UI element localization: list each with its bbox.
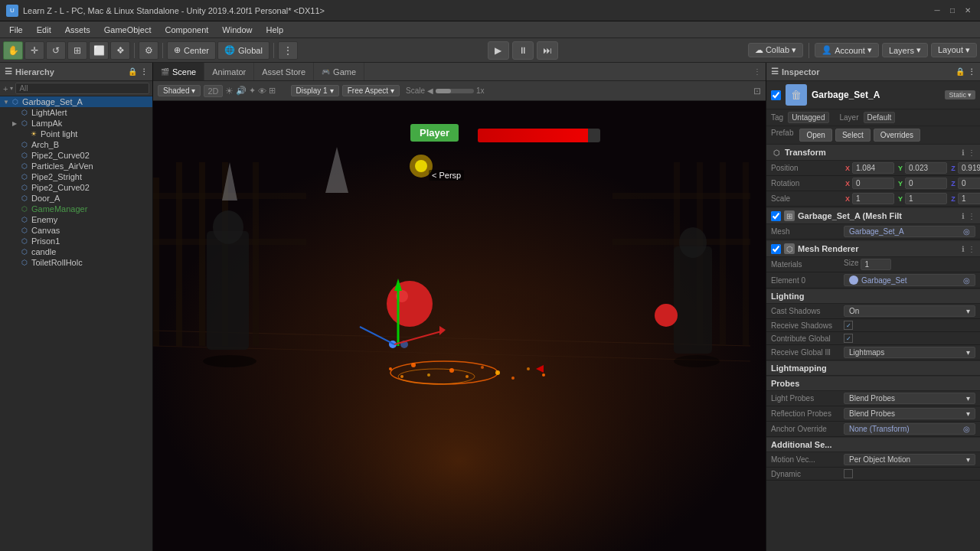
tree-item-pointlight[interactable]: ☀ Point light (0, 129, 152, 139)
close-btn[interactable]: ✕ (962, 5, 974, 17)
hierarchy-add-btn[interactable]: + (3, 84, 8, 93)
cast-shadows-dropdown[interactable]: On ▾ (844, 305, 975, 317)
prefab-select-btn[interactable]: Select (835, 129, 871, 142)
mesh-renderer-header[interactable]: ⬡ Mesh Renderer ℹ ⋮ (766, 241, 980, 257)
static-toggle[interactable]: Static▾ (945, 90, 975, 99)
anchor-override-ref[interactable]: None (Transform) ◎ (844, 423, 975, 435)
prefab-overrides-btn[interactable]: Overrides (874, 129, 920, 142)
mesh-filter-checkbox[interactable] (771, 211, 781, 221)
scale-slider[interactable] (436, 89, 474, 93)
inspector-options[interactable]: ⋮ (968, 67, 975, 76)
pause-button[interactable]: ⏸ (512, 41, 534, 60)
rot-z[interactable] (958, 178, 980, 189)
scale-x[interactable] (852, 193, 894, 204)
transform-more-icon[interactable]: ⋮ (968, 148, 975, 157)
mesh-ref[interactable]: Garbage_Set_A ◎ (844, 226, 975, 237)
scene-maximize-btn[interactable]: ⊡ (753, 86, 761, 96)
scene-options-btn[interactable]: ⋮ (753, 67, 761, 76)
lightmapping-header[interactable]: Lightmapping (766, 360, 980, 376)
tab-scene[interactable]: 🎬 Scene (153, 63, 204, 80)
move-tool[interactable]: ✛ (24, 41, 44, 60)
light-probes-dropdown[interactable]: Blend Probes ▾ (844, 393, 975, 404)
pos-x[interactable] (852, 162, 894, 174)
collab-button[interactable]: ☁Collab ▾ (748, 43, 803, 57)
scale-tool[interactable]: ⊞ (67, 41, 87, 60)
receive-shadows-checkbox[interactable] (844, 321, 853, 330)
transform-header[interactable]: ⬡ Transform ℹ ⋮ (766, 145, 980, 161)
receive-global-dropdown[interactable]: Lightmaps ▾ (844, 347, 975, 358)
tree-item-lightalert[interactable]: ⬡ LightAlert (0, 107, 152, 118)
tab-asset-store[interactable]: Asset Store (254, 63, 314, 80)
contrib-global-checkbox[interactable] (844, 334, 853, 343)
tab-game[interactable]: 🎮 Game (314, 63, 364, 80)
tree-item-canvas[interactable]: ⬡ Canvas (0, 225, 152, 236)
tree-item-pipe2-curve02-2[interactable]: ⬡ Pipe2_Curve02 (0, 182, 152, 193)
mesh-filter-info[interactable]: ℹ (962, 212, 965, 220)
tab-animator[interactable]: Animator (204, 63, 254, 80)
motion-vec-dropdown[interactable]: Per Object Motion ▾ (844, 454, 975, 465)
menu-help[interactable]: Help (260, 24, 289, 36)
tree-item-prison1[interactable]: ⬡ Prison1 (0, 236, 152, 246)
global-toggle[interactable]: 🌐Global (217, 41, 270, 60)
layer-dropdown[interactable]: Default (864, 112, 896, 123)
rotate-tool[interactable]: ↺ (46, 41, 66, 60)
probes-header[interactable]: Probes (766, 376, 980, 391)
grid-btn[interactable]: ⋮ (278, 41, 298, 60)
account-button[interactable]: 👤Account▾ (815, 43, 879, 57)
mesh-renderer-more[interactable]: ⋮ (968, 245, 975, 253)
mesh-renderer-checkbox[interactable] (771, 244, 781, 254)
tree-item-door-a[interactable]: ⬡ Door_A (0, 193, 152, 204)
hand-tool[interactable]: ✋ (3, 41, 23, 60)
btn-2d[interactable]: 2D (204, 85, 222, 97)
tree-item-candle[interactable]: ⬡ candle (0, 246, 152, 257)
obj-active-checkbox[interactable] (771, 90, 781, 100)
center-toggle[interactable]: ⊕Center (167, 41, 216, 60)
prefab-open-btn[interactable]: Open (799, 129, 831, 142)
mesh-renderer-info[interactable]: ℹ (962, 245, 965, 253)
layers-button[interactable]: Layers▾ (882, 43, 928, 57)
tree-item-arch-b[interactable]: ⬡ Arch_B (0, 139, 152, 150)
custom-tool[interactable]: ⚙ (139, 41, 158, 60)
tree-item-particles[interactable]: ⬡ Particles_AirVen (0, 161, 152, 171)
dynamic-checkbox[interactable] (844, 469, 853, 478)
inspector-lock[interactable]: 🔒 (956, 67, 965, 76)
menu-assets[interactable]: Assets (59, 24, 96, 36)
btn-hidden[interactable]: 👁 (258, 86, 266, 96)
hierarchy-search[interactable] (15, 83, 149, 94)
rot-x[interactable] (852, 178, 894, 189)
tag-dropdown[interactable]: Untagged (788, 112, 828, 123)
btn-lights[interactable]: ☀ (225, 86, 234, 96)
scale-z[interactable] (958, 193, 980, 204)
menu-gameobject[interactable]: GameObject (98, 24, 158, 36)
mesh-filter-more[interactable]: ⋮ (968, 212, 975, 220)
hierarchy-lock[interactable]: 🔒 (128, 67, 137, 76)
tree-item-gamemanager[interactable]: ⬡ GameManager (0, 204, 152, 214)
transform-info-icon[interactable]: ℹ (962, 148, 965, 157)
transform-tool[interactable]: ❖ (110, 41, 130, 60)
rot-y[interactable] (905, 178, 947, 189)
display-dropdown[interactable]: Display 1▾ (291, 85, 339, 96)
lighting-header[interactable]: Lighting (766, 289, 980, 304)
minimize-btn[interactable]: ─ (931, 5, 943, 17)
additional-settings-header[interactable]: Additional Se... (766, 437, 980, 452)
reflection-probes-dropdown[interactable]: Blend Probes ▾ (844, 408, 975, 419)
tree-item-pipe2-stright[interactable]: ⬡ Pipe2_Stright (0, 171, 152, 182)
btn-grid[interactable]: ⊞ (269, 86, 276, 96)
tree-item-pipe2-curve02-1[interactable]: ⬡ Pipe2_Curve02 (0, 150, 152, 161)
step-button[interactable]: ⏭ (537, 41, 558, 60)
menu-window[interactable]: Window (216, 24, 258, 36)
tree-item-enemy[interactable]: ⬡ Enemy (0, 214, 152, 225)
tree-item-lampak[interactable]: ▶ ⬡ LampAk (0, 118, 152, 129)
play-button[interactable]: ▶ (488, 41, 509, 60)
tree-item-garbage-set-a[interactable]: ▼ ⬡ Garbage_Set_A (0, 96, 152, 107)
element0-ref[interactable]: Garbage_Set ◎ (844, 274, 975, 286)
pos-z[interactable] (958, 162, 980, 174)
rect-tool[interactable]: ⬜ (89, 41, 109, 60)
maximize-btn[interactable]: □ (946, 5, 959, 17)
hierarchy-options[interactable]: ⋮ (140, 67, 148, 76)
btn-audio[interactable]: 🔊 (236, 86, 247, 96)
menu-edit[interactable]: Edit (31, 24, 57, 36)
materials-size[interactable] (861, 259, 891, 270)
scene-canvas[interactable]: Player < Persp (153, 101, 766, 551)
mesh-filter-header[interactable]: ⊞ Garbage_Set_A (Mesh Filt ℹ ⋮ (766, 208, 980, 224)
